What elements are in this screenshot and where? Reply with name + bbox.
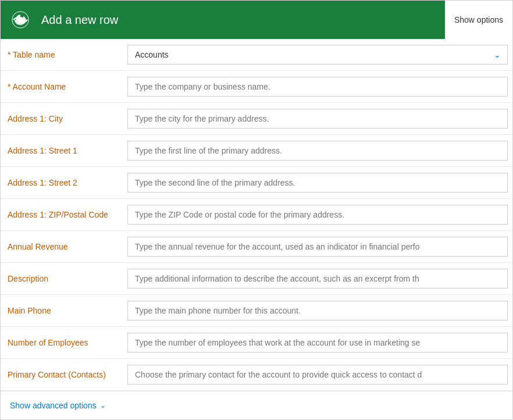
show-advanced-button[interactable]: Show advanced options ⌄: [10, 398, 106, 412]
annual-revenue-input-wrapper: [123, 234, 512, 259]
footer: Show advanced options ⌄: [1, 391, 512, 419]
account-name-row: Account Name: [1, 71, 512, 103]
primary-contact-input[interactable]: [127, 365, 508, 385]
address-city-input[interactable]: [127, 109, 508, 129]
address-street2-row: Address 1: Street 2: [1, 167, 512, 199]
description-row: Description: [1, 263, 512, 295]
form-container: Table name Accounts ⌄ Account NameAddres…: [1, 39, 512, 391]
address-city-label: Address 1: City: [1, 109, 123, 129]
account-name-input[interactable]: [127, 77, 508, 97]
main-phone-input-wrapper: [123, 298, 512, 323]
num-employees-input-wrapper: [123, 330, 512, 355]
address-street1-input-wrapper: [123, 138, 512, 163]
main-phone-label: Main Phone: [1, 301, 123, 321]
primary-contact-input-wrapper: [123, 362, 512, 387]
num-employees-input[interactable]: [127, 333, 508, 353]
address-zip-row: Address 1: ZIP/Postal Code: [1, 199, 512, 231]
description-input[interactable]: [127, 269, 508, 289]
address-street1-input[interactable]: [127, 141, 508, 161]
primary-contact-row: Primary Contact (Contacts): [1, 359, 512, 391]
address-street2-label: Address 1: Street 2: [1, 173, 123, 193]
main-phone-row: Main Phone: [1, 295, 512, 327]
address-zip-input-wrapper: [123, 202, 512, 227]
table-name-row: Table name Accounts ⌄: [1, 39, 512, 71]
account-name-label: Account Name: [1, 77, 123, 97]
address-city-row: Address 1: City: [1, 103, 512, 135]
num-employees-row: Number of Employees: [1, 327, 512, 359]
show-advanced-label: Show advanced options: [10, 401, 97, 410]
annual-revenue-input[interactable]: [127, 237, 508, 257]
header: Add a new row Show options: [1, 1, 512, 39]
description-input-wrapper: [123, 266, 512, 291]
primary-contact-label: Primary Contact (Contacts): [1, 365, 123, 385]
table-name-label: Table name: [1, 45, 123, 65]
address-street2-input[interactable]: [127, 173, 508, 193]
show-options-button[interactable]: Show options: [445, 1, 512, 39]
main-phone-input[interactable]: [127, 301, 508, 321]
num-employees-label: Number of Employees: [1, 333, 123, 353]
table-name-select[interactable]: Accounts: [127, 45, 508, 65]
page-title: Add a new row: [41, 13, 118, 27]
chevron-down-icon: ⌄: [100, 401, 106, 410]
dynamics-logo: [8, 7, 33, 33]
address-street1-row: Address 1: Street 1: [1, 135, 512, 167]
address-street2-input-wrapper: [123, 170, 512, 195]
annual-revenue-label: Annual Revenue: [1, 237, 123, 257]
address-zip-input[interactable]: [127, 205, 508, 225]
table-name-select-wrapper: Accounts ⌄: [123, 42, 512, 67]
annual-revenue-row: Annual Revenue: [1, 231, 512, 263]
address-city-input-wrapper: [123, 106, 512, 131]
account-name-input-wrapper: [123, 74, 512, 99]
dynamic-fields: Account NameAddress 1: CityAddress 1: St…: [1, 71, 512, 391]
description-label: Description: [1, 269, 123, 289]
address-street1-label: Address 1: Street 1: [1, 141, 123, 161]
app-container: Add a new row Show options Table name Ac…: [0, 0, 513, 420]
address-zip-label: Address 1: ZIP/Postal Code: [1, 205, 123, 225]
